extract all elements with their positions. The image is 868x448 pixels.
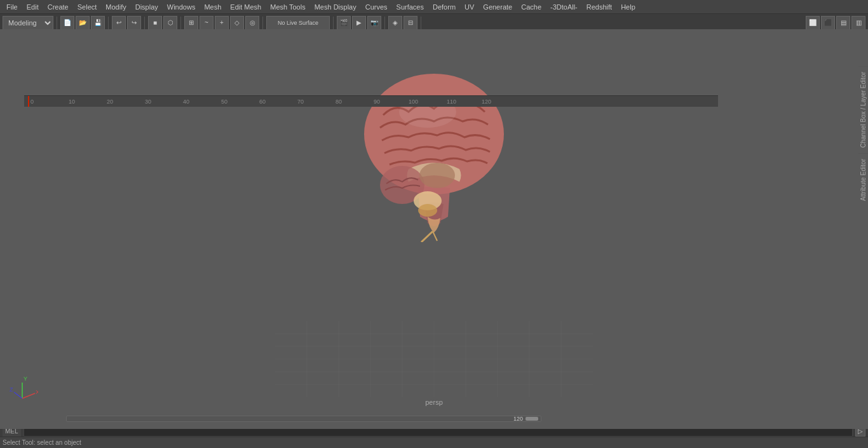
tl-80: 80 [336,98,342,105]
open-scene-btn[interactable]: 📂 [76,16,90,30]
layout-btn2[interactable]: ⬛ [821,16,835,30]
brain-model [345,66,523,242]
snap-grid-btn[interactable]: ⊞ [184,16,198,30]
status-bar: Select Tool: select an object [0,437,868,448]
separator5 [262,17,263,29]
menu-edit-mesh[interactable]: Edit Mesh [226,2,265,12]
snap-center-btn[interactable]: ◎ [245,16,259,30]
viewport-perspective-label: persp [425,398,443,406]
tl-110: 110 [447,98,456,105]
status-text: Select Tool: select an object [3,439,81,446]
separator6 [333,17,334,29]
separator8 [421,17,421,29]
mode-selector[interactable]: Modeling Rigging Animation [3,16,53,30]
menu-help[interactable]: Help [617,2,639,12]
menu-curves[interactable]: Curves [362,2,391,12]
svg-text:X: X [36,389,38,395]
hud-btn[interactable]: ⊟ [403,16,417,30]
tl-30: 30 [145,98,151,105]
svg-text:Y: Y [24,376,27,382]
render-area[interactable]: persp Y X Z [24,66,718,411]
timeline-area: 0 10 20 30 40 50 60 70 80 90 100 110 120 [24,95,718,107]
content-area: ↖ ✛ ↻ ⤢ T ◑ 🖌 ⊕ ⬡ ⊟ ⊞ ⊕⊕ ⊕⊕ 👁 📷 ▲ [0,66,868,411]
layout-btn4[interactable]: ▥ [851,16,865,30]
tl-40: 40 [183,98,189,105]
svg-line-19 [421,231,433,242]
snap-surface-btn[interactable]: ◇ [230,16,244,30]
scroll-handle [526,417,538,421]
menu-deform[interactable]: Deform [429,2,459,12]
menu-mesh-tools[interactable]: Mesh Tools [266,2,309,12]
separator3 [144,17,145,29]
redo-btn[interactable]: ↪ [127,16,141,30]
svg-line-24 [24,393,35,398]
menu-modify[interactable]: Modify [102,2,130,12]
menu-file[interactable]: File [3,2,22,12]
menu-windows[interactable]: Windows [163,2,200,12]
menu-generate[interactable]: Generate [479,2,516,12]
menu-edit[interactable]: Edit [23,2,43,12]
menu-create[interactable]: Create [44,2,72,12]
menu-mesh-display[interactable]: Mesh Display [311,2,360,12]
tl-90: 90 [374,98,380,105]
app: File Edit Create Select Modify Display W… [0,0,868,448]
axis-indicator: Y X Z [24,373,38,406]
lasso-select-btn[interactable]: ⬡ [163,16,177,30]
tl-0: 0 [31,98,34,105]
menu-bar: File Edit Create Select Modify Display W… [0,0,868,14]
separator7 [384,17,385,29]
vert-tab-attribute-editor[interactable]: Attribute Editor [858,153,868,206]
separator2 [108,17,109,29]
menu-mesh[interactable]: Mesh [200,2,225,12]
menu-3dtoall[interactable]: -3DtoAll- [546,2,581,12]
save-scene-btn[interactable]: 💾 [91,16,105,30]
grid-floor [275,321,593,397]
menu-cache[interactable]: Cache [517,2,545,12]
display-settings-btn[interactable]: ◈ [388,16,402,30]
menu-redshift[interactable]: Redshift [583,2,616,12]
vert-tab-channel-box[interactable]: Channel Box / Layer Editor [858,66,868,153]
playhead [28,96,29,107]
tl-100: 100 [409,98,418,105]
separator4 [180,17,181,29]
tl-10: 10 [69,98,75,105]
separator [57,17,57,29]
layout-btn1[interactable]: ⬜ [806,16,820,30]
layout-btn3[interactable]: ▤ [836,16,850,30]
playback-scrollbar[interactable]: 120 [66,416,541,422]
select-mode-btn[interactable]: ■ [148,16,162,30]
tl-50: 50 [221,98,227,105]
no-live-surface-btn[interactable]: No Live Surface [266,16,330,30]
ipr-render-btn[interactable]: ▶ [352,16,366,30]
tl-70: 70 [297,98,304,105]
svg-point-18 [419,163,455,188]
svg-line-20 [433,231,437,241]
tl-120: 120 [482,98,491,105]
render-btn[interactable]: 📷 [367,16,381,30]
new-scene-btn[interactable]: 📄 [60,16,74,30]
menu-surfaces[interactable]: Surfaces [393,2,428,12]
menu-uv[interactable]: UV [461,2,478,12]
svg-point-17 [418,204,437,217]
undo-btn[interactable]: ↩ [112,16,126,30]
menu-display[interactable]: Display [132,2,162,12]
tl-20: 20 [107,98,113,105]
tl-60: 60 [259,98,266,105]
render-settings-btn[interactable]: 🎬 [337,16,351,30]
menu-select[interactable]: Select [74,2,101,12]
snap-curve-btn[interactable]: ~ [200,16,214,30]
snap-point-btn[interactable]: + [215,16,229,30]
end-frame-label: 120 [513,416,523,422]
viewport-container: View Shading Lighting Show Renderer Pane… [24,66,718,411]
